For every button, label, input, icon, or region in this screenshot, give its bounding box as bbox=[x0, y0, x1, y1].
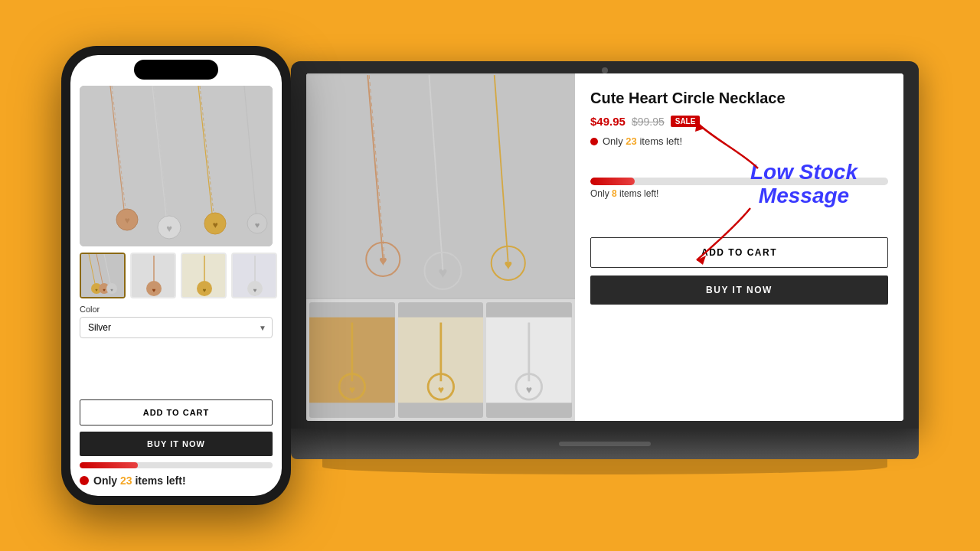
svg-text:♥: ♥ bbox=[255, 220, 260, 230]
svg-text:♥: ♥ bbox=[95, 288, 98, 292]
svg-text:♥: ♥ bbox=[379, 253, 387, 269]
phone-stock-number: 23 bbox=[120, 474, 132, 487]
laptop-camera bbox=[602, 67, 608, 73]
phone-stock-message: Only 23 items left! bbox=[80, 474, 273, 487]
laptop-base bbox=[291, 429, 919, 459]
svg-text:♥: ♥ bbox=[110, 288, 113, 292]
phone-color-section: Color Silver Gold Rose Gold ▼ bbox=[80, 305, 273, 338]
svg-text:♥: ♥ bbox=[152, 287, 156, 294]
laptop-thumbnails: ♥ ♥ bbox=[306, 299, 575, 421]
svg-text:♥: ♥ bbox=[253, 287, 257, 294]
phone-color-label: Color bbox=[80, 305, 273, 314]
svg-text:♥: ♥ bbox=[439, 264, 448, 281]
laptop-thumb-3[interactable]: ♥ bbox=[486, 302, 572, 418]
phone-thumb-3[interactable]: ♥ bbox=[181, 253, 227, 298]
phone-progress-bar bbox=[80, 462, 273, 468]
progress-bar bbox=[590, 178, 888, 185]
phone-notch bbox=[134, 60, 218, 80]
phone-progress-fill bbox=[80, 462, 138, 468]
svg-text:♥: ♥ bbox=[349, 383, 355, 396]
stock-text-low: Only 8 items left! bbox=[590, 188, 888, 199]
svg-text:♥: ♥ bbox=[203, 287, 207, 294]
svg-text:♥: ♥ bbox=[504, 257, 512, 272]
svg-text:♥: ♥ bbox=[166, 223, 172, 234]
phone-color-select[interactable]: Silver Gold Rose Gold bbox=[80, 317, 273, 338]
laptop-image-panel: ♥ ♥ ♥ bbox=[306, 73, 575, 421]
laptop-screen: ♥ ♥ ♥ bbox=[306, 73, 903, 421]
phone-buy-now-button[interactable]: BUY IT NOW bbox=[80, 432, 273, 456]
price-sale: $49.95 bbox=[590, 115, 626, 128]
product-title: Cute Heart Circle Necklace bbox=[590, 89, 888, 107]
laptop-shadow bbox=[322, 459, 887, 474]
stock-text-high: Only 23 items left! bbox=[603, 135, 682, 147]
phone-stock-text: Only 23 items left! bbox=[93, 474, 186, 487]
svg-text:♥: ♥ bbox=[212, 220, 217, 230]
phone-thumbnails: ♥ ♥ ♥ ♥ bbox=[80, 253, 273, 298]
svg-text:♥: ♥ bbox=[526, 383, 532, 396]
phone-thumb-2[interactable]: ♥ bbox=[130, 253, 176, 298]
svg-text:♥: ♥ bbox=[124, 215, 129, 226]
laptop-base-notch bbox=[559, 442, 651, 446]
stock-indicator-high: Only 23 items left! bbox=[590, 135, 888, 147]
phone-stock-dot-icon bbox=[80, 476, 89, 485]
price-row: $49.95 $99.95 SALE bbox=[590, 115, 888, 128]
laptop-thumb-2[interactable]: ♥ bbox=[398, 302, 484, 418]
laptop-main-image: ♥ ♥ ♥ bbox=[306, 73, 575, 299]
progress-fill bbox=[590, 178, 635, 185]
sale-badge: SALE bbox=[671, 116, 701, 127]
progress-section: Only 8 items left! bbox=[590, 178, 888, 199]
laptop-mockup: ♥ ♥ ♥ bbox=[291, 61, 919, 490]
svg-text:♥: ♥ bbox=[103, 288, 106, 292]
stock-dot-high-icon bbox=[590, 138, 598, 145]
laptop-thumb-1[interactable]: ♥ bbox=[309, 302, 395, 418]
svg-text:♥: ♥ bbox=[437, 383, 443, 396]
laptop-product-info: Cute Heart Circle Necklace $49.95 $99.95… bbox=[575, 73, 903, 421]
phone-main-image: ♥ ♥ ♥ bbox=[80, 86, 273, 246]
laptop-buy-now-button[interactable]: BUY IT NOW bbox=[590, 276, 888, 305]
phone-mockup: ♥ ♥ ♥ bbox=[61, 46, 291, 505]
phone-add-to-cart-button[interactable]: ADD TO CART bbox=[80, 399, 273, 425]
laptop-add-to-cart-button[interactable]: ADD TO CART bbox=[590, 237, 888, 268]
phone-thumb-4[interactable]: ♥ bbox=[231, 253, 277, 298]
price-original: $99.95 bbox=[632, 116, 665, 128]
phone-thumb-1[interactable]: ♥ ♥ ♥ bbox=[80, 253, 126, 298]
